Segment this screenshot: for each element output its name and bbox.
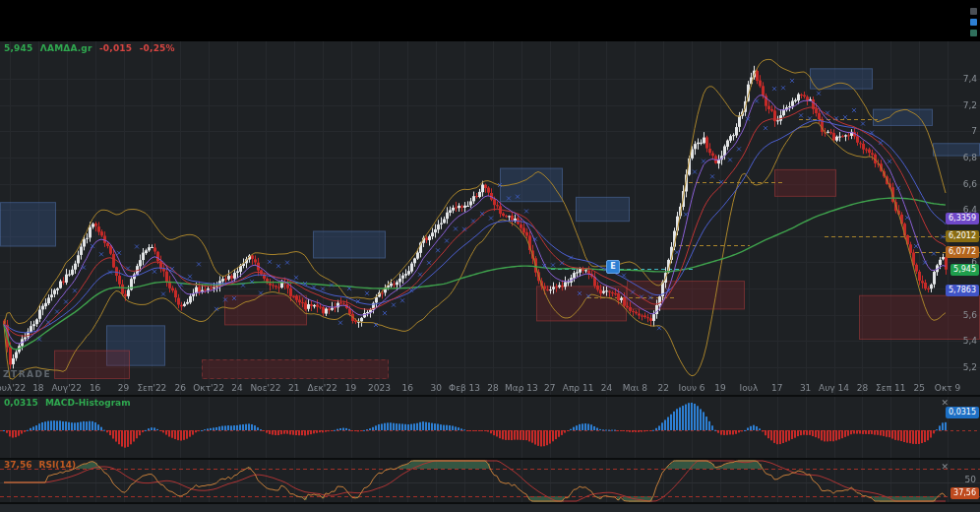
chart-canvas[interactable] xyxy=(0,0,980,512)
macd-current-badge: 0,0315 xyxy=(946,407,979,418)
trading-chart-screen: 5,945 ΛΑΜΔΑ.gr -0,015 -0,25% 0,0315 MACD… xyxy=(0,0,980,512)
rsi-label: RSI(14) xyxy=(39,460,77,470)
toolbar-dot2-icon[interactable] xyxy=(970,30,977,36)
last-price-value: 5,945 xyxy=(4,43,32,53)
rsi-value: 37,56 xyxy=(4,460,31,470)
symbol-name: ΛΑΜΔΑ.gr xyxy=(40,43,92,53)
event-marker[interactable]: E xyxy=(606,260,620,274)
price-change-pct: -0,25% xyxy=(140,43,175,53)
macd-legend: 0,0315 MACD-Histogram xyxy=(4,398,131,408)
rsi-midline-label: 50 xyxy=(965,475,976,484)
toolbar-active-icon[interactable] xyxy=(970,19,977,26)
macd-label: MACD-Histogram xyxy=(45,398,131,408)
mini-toolbar xyxy=(970,4,978,47)
price-change: -0,015 xyxy=(99,43,132,53)
macd-close-icon[interactable]: ✕ xyxy=(941,399,949,408)
rsi-legend: 37,56 RSI(14) xyxy=(4,460,76,470)
toolbar-dot-icon[interactable] xyxy=(970,8,977,15)
rsi-close-icon[interactable]: ✕ xyxy=(941,463,949,472)
macd-value: 0,0315 xyxy=(4,398,38,408)
quote-legend: 5,945 ΛΑΜΔΑ.gr -0,015 -0,25% xyxy=(4,43,175,53)
rsi-current-badge: 37,56 xyxy=(950,487,979,499)
platform-watermark: ZTRADE xyxy=(3,369,51,379)
